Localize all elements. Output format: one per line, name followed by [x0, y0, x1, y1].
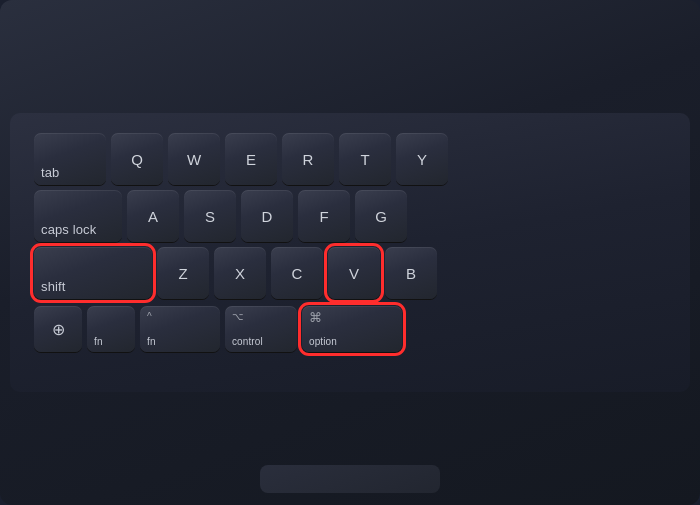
option-symbol: ⌥	[232, 311, 244, 322]
keyboard: tab Q W E R T Y caps lock	[10, 113, 690, 392]
key-s-label: S	[205, 208, 215, 225]
key-shift-label: shift	[41, 279, 66, 294]
key-z[interactable]: Z	[157, 247, 209, 299]
key-s[interactable]: S	[184, 190, 236, 242]
key-b[interactable]: B	[385, 247, 437, 299]
key-caps-lock[interactable]: caps lock	[34, 190, 122, 242]
key-e-label: E	[246, 151, 256, 168]
key-command[interactable]: ⌘ option	[302, 306, 402, 352]
key-q-label: Q	[131, 151, 143, 168]
key-g[interactable]: G	[355, 190, 407, 242]
key-c[interactable]: C	[271, 247, 323, 299]
key-z-label: Z	[178, 265, 187, 282]
key-x-label: X	[235, 265, 245, 282]
key-tab-label: tab	[41, 165, 59, 180]
key-v-label: V	[349, 265, 359, 282]
key-e[interactable]: E	[225, 133, 277, 185]
key-q[interactable]: Q	[111, 133, 163, 185]
key-fn[interactable]: fn	[87, 306, 135, 352]
key-x[interactable]: X	[214, 247, 266, 299]
key-a[interactable]: A	[127, 190, 179, 242]
key-shift-left[interactable]: shift	[34, 247, 152, 299]
key-r-label: R	[303, 151, 314, 168]
control-symbol: ^	[147, 311, 152, 322]
keyboard-row-3: shift Z X C V B	[34, 247, 666, 299]
key-fn-label: fn	[94, 336, 103, 347]
key-f[interactable]: F	[298, 190, 350, 242]
keyboard-row-4: ⊕ fn ^ fn ⌥ control ⌘ option	[34, 306, 666, 352]
command-symbol: ⌘	[309, 310, 322, 325]
key-d[interactable]: D	[241, 190, 293, 242]
key-f-label: F	[319, 208, 328, 225]
key-v[interactable]: V	[328, 247, 380, 299]
trackpad	[260, 465, 440, 493]
key-y-label: Y	[417, 151, 427, 168]
key-t[interactable]: T	[339, 133, 391, 185]
key-w[interactable]: W	[168, 133, 220, 185]
key-g-label: G	[375, 208, 387, 225]
key-a-label: A	[148, 208, 158, 225]
key-globe[interactable]: ⊕	[34, 306, 82, 352]
key-b-label: B	[406, 265, 416, 282]
key-caps-label: caps lock	[41, 222, 96, 237]
key-tab[interactable]: tab	[34, 133, 106, 185]
keyboard-row-1: tab Q W E R T Y	[34, 133, 666, 185]
keyboard-row-2: caps lock A S D F G	[34, 190, 666, 242]
key-command-label: option	[309, 336, 337, 347]
key-d-label: D	[262, 208, 273, 225]
key-r[interactable]: R	[282, 133, 334, 185]
keyboard-background: tab Q W E R T Y caps lock	[0, 0, 700, 505]
key-w-label: W	[187, 151, 201, 168]
key-control[interactable]: ^ fn	[140, 306, 220, 352]
key-y[interactable]: Y	[396, 133, 448, 185]
key-option-label: control	[232, 336, 263, 347]
key-c-label: C	[292, 265, 303, 282]
key-t-label: T	[360, 151, 369, 168]
globe-icon: ⊕	[52, 320, 65, 339]
key-option[interactable]: ⌥ control	[225, 306, 297, 352]
key-control-label: fn	[147, 336, 156, 347]
